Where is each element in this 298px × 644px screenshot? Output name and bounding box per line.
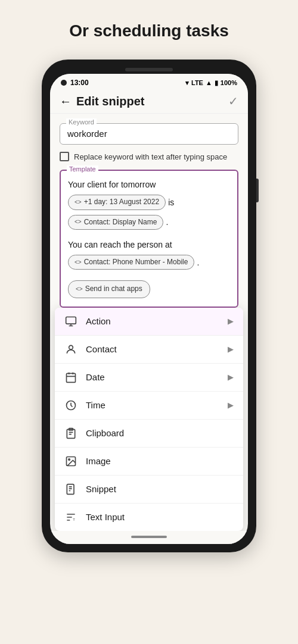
template-text-2: You can reach the person at xyxy=(68,238,172,251)
template-dot-2: . xyxy=(197,256,199,269)
battery-label: 100% xyxy=(221,79,237,86)
phone-notch xyxy=(125,68,173,71)
date-chip[interactable]: <> +1 day: 13 August 2022 xyxy=(68,195,166,210)
person-icon xyxy=(64,343,77,356)
menu-snippet-label: Snippet xyxy=(86,484,116,494)
template-line-1: Your client for tomorrow xyxy=(68,178,230,191)
menu-item-action[interactable]: Action ▶ xyxy=(55,308,243,336)
phone-frame: 13:00 ▾ LTE ▲ ▮ 100% ← Edit snippet ✓ Ke… xyxy=(42,60,256,552)
menu-item-contact-left: Contact xyxy=(64,343,117,356)
template-content: Your client for tomorrow <> +1 day: 13 A… xyxy=(68,178,230,299)
clipboard-icon xyxy=(64,427,77,440)
template-field: Template Your client for tomorrow <> +1 … xyxy=(60,170,238,308)
menu-image-label: Image xyxy=(86,456,111,466)
replace-checkbox-row[interactable]: Replace keyword with text after typing s… xyxy=(60,152,238,161)
phone-bottom-bar xyxy=(50,531,248,544)
document-icon xyxy=(64,483,77,496)
phone-chip-label: Contact: Phone Number - Mobile xyxy=(84,257,188,268)
menu-action-arrow: ▶ xyxy=(228,317,234,326)
svg-rect-4 xyxy=(67,373,76,382)
menu-clipboard-label: Clipboard xyxy=(86,428,124,438)
wifi-icon: ▾ xyxy=(185,79,189,87)
keyword-field[interactable]: Keyword workorder xyxy=(60,123,238,145)
calendar-icon xyxy=(64,371,77,384)
menu-date-arrow: ▶ xyxy=(228,373,234,382)
menu-item-clipboard[interactable]: Clipboard xyxy=(55,420,243,448)
image-icon xyxy=(64,455,77,468)
svg-text:T: T xyxy=(73,517,75,521)
phone-notch-area xyxy=(50,68,248,71)
chip-icon-1: <> xyxy=(74,198,82,207)
app-bar-title: Edit snippet xyxy=(76,95,144,108)
network-label: LTE xyxy=(191,79,203,86)
back-icon[interactable]: ← xyxy=(60,95,72,108)
page-title: Or scheduling tasks xyxy=(69,21,229,40)
template-label: Template xyxy=(67,165,98,173)
signal-icon: ▲ xyxy=(206,79,212,86)
svg-rect-0 xyxy=(66,317,76,324)
menu-item-date-left: Date xyxy=(64,371,105,384)
phone-chip[interactable]: <> Contact: Phone Number - Mobile xyxy=(68,255,194,270)
clock-icon xyxy=(64,399,77,412)
menu-item-text-input-left: T Text Input xyxy=(64,511,125,524)
template-line-3: <> Contact: Display Name . xyxy=(68,214,230,231)
svg-point-3 xyxy=(69,345,73,349)
keyword-label: Keyword xyxy=(66,118,97,126)
contact-chip-label: Contact: Display Name xyxy=(84,217,157,228)
status-left: 13:00 xyxy=(61,79,89,87)
monitor-icon xyxy=(64,315,77,328)
chip-icon-4: <> xyxy=(76,285,83,294)
replace-checkbox[interactable] xyxy=(60,152,69,161)
chip-icon-2: <> xyxy=(74,217,82,227)
template-line-5: <> Contact: Phone Number - Mobile . xyxy=(68,254,230,271)
send-chat-label: Send in chat apps xyxy=(85,283,142,295)
app-bar-left: ← Edit snippet xyxy=(60,95,144,108)
menu-item-snippet-left: Snippet xyxy=(64,483,116,496)
menu-item-time[interactable]: Time ▶ xyxy=(55,392,243,420)
send-chat-button-row: <> Send in chat apps xyxy=(68,279,230,299)
status-bar: 13:00 ▾ LTE ▲ ▮ 100% xyxy=(50,74,248,89)
confirm-icon[interactable]: ✓ xyxy=(228,94,238,108)
menu-item-image[interactable]: Image xyxy=(55,448,243,476)
menu-time-arrow: ▶ xyxy=(228,401,234,409)
home-bar xyxy=(131,536,167,538)
menu-item-date[interactable]: Date ▶ xyxy=(55,364,243,392)
battery-icon: ▮ xyxy=(215,79,218,87)
menu-text-input-label: Text Input xyxy=(86,512,125,522)
menu-item-contact[interactable]: Contact ▶ xyxy=(55,336,243,364)
status-right: ▾ LTE ▲ ▮ 100% xyxy=(185,79,237,87)
template-line-2: <> +1 day: 13 August 2022 is xyxy=(68,193,230,211)
menu-time-label: Time xyxy=(86,400,105,410)
template-is-text: is xyxy=(168,196,174,209)
menu-item-time-left: Time xyxy=(64,399,105,412)
template-text-1: Your client for tomorrow xyxy=(68,178,156,191)
content-area: Keyword workorder Replace keyword with t… xyxy=(50,114,248,308)
send-chat-button[interactable]: <> Send in chat apps xyxy=(68,280,150,298)
menu-item-text-input[interactable]: T Text Input xyxy=(55,504,243,531)
menu-item-clipboard-left: Clipboard xyxy=(64,427,124,440)
menu-action-label: Action xyxy=(86,316,111,326)
camera-indicator xyxy=(61,80,67,86)
side-button xyxy=(256,179,259,202)
app-bar: ← Edit snippet ✓ xyxy=(50,89,248,114)
contact-chip[interactable]: <> Contact: Display Name xyxy=(68,215,163,230)
menu-contact-arrow: ▶ xyxy=(228,345,234,354)
menu-date-label: Date xyxy=(86,372,105,382)
phone-screen: 13:00 ▾ LTE ▲ ▮ 100% ← Edit snippet ✓ Ke… xyxy=(50,74,248,544)
svg-point-14 xyxy=(69,458,70,460)
menu-item-image-left: Image xyxy=(64,455,111,468)
context-menu: Action ▶ Contact ▶ xyxy=(55,308,243,531)
menu-item-action-left: Action xyxy=(64,315,111,328)
template-dot-1: . xyxy=(166,215,168,229)
replace-checkbox-label: Replace keyword with text after typing s… xyxy=(74,152,227,161)
menu-item-snippet[interactable]: Snippet xyxy=(55,476,243,504)
chip-icon-3: <> xyxy=(74,258,82,267)
date-chip-label: +1 day: 13 August 2022 xyxy=(84,196,159,208)
status-time: 13:00 xyxy=(70,79,89,87)
menu-contact-label: Contact xyxy=(86,344,117,354)
template-line-4: You can reach the person at xyxy=(68,238,230,251)
textformat-icon: T xyxy=(64,511,77,524)
keyword-value: workorder xyxy=(67,129,107,139)
